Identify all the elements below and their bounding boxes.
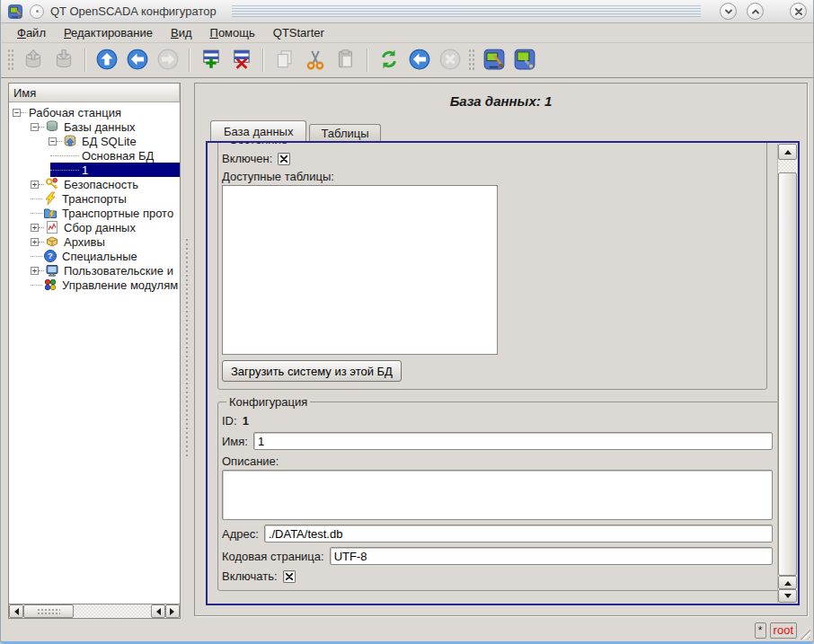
nav-back-button[interactable] — [122, 46, 153, 75]
refresh-icon — [377, 48, 401, 74]
scrollbar-track[interactable] — [778, 160, 797, 172]
tree-item-label: Архивы — [61, 235, 108, 249]
collapse-toggle[interactable]: − — [13, 109, 21, 117]
tree-connector-line — [31, 256, 42, 257]
config-group-title: Конфигурация — [226, 395, 310, 409]
cut-item-button[interactable] — [300, 46, 331, 75]
nav-up-button[interactable] — [92, 46, 122, 75]
tree-item-protocols[interactable]: Транспортные прото — [9, 206, 180, 220]
scroll-right-button[interactable] — [165, 604, 180, 618]
toolbar-drag-handle[interactable] — [468, 49, 476, 72]
current-user-badge[interactable]: root — [770, 622, 797, 639]
expand-toggle[interactable]: + — [31, 238, 39, 246]
name-input[interactable] — [253, 432, 773, 450]
scroll-down-button[interactable] — [778, 589, 797, 603]
load-from-db-button — [18, 46, 49, 75]
menu-file[interactable]: Файл — [8, 23, 55, 42]
tree-item-daq[interactable]: +Сбор данных — [9, 220, 180, 234]
state-group-title: Состояние — [226, 141, 290, 146]
tree-item-db-sqlite[interactable]: −БД SQLite — [9, 134, 180, 148]
nav-forward-button — [153, 46, 183, 75]
config-vertical-scrollbar[interactable] — [777, 144, 797, 603]
enabled-checkbox[interactable] — [278, 153, 290, 165]
tree-item-special[interactable]: ?Специальные — [9, 249, 180, 263]
scrollbar-thumb[interactable] — [23, 604, 74, 618]
tree-item-body: ?Специальные — [31, 249, 180, 263]
collapse-toggle[interactable]: − — [49, 137, 57, 146]
tree-connector-line — [31, 213, 42, 214]
tree-connector-line — [39, 184, 44, 185]
qtstarter-vision-button[interactable] — [509, 46, 540, 75]
delete-item-button[interactable] — [226, 46, 257, 75]
tree-connector-line — [39, 270, 44, 271]
tab-tables[interactable]: Таблицы — [309, 124, 380, 141]
tree-item-db-1[interactable]: 1 — [9, 163, 180, 177]
qtstarter-configurator-button[interactable] — [479, 46, 509, 75]
scroll-up-button[interactable] — [778, 144, 797, 160]
tables-label: Доступные таблицы: — [222, 170, 334, 183]
codepage-input[interactable] — [330, 547, 773, 565]
save-to-db-button — [49, 46, 79, 75]
tree-connector-line — [31, 285, 42, 286]
tree-column-header[interactable]: Имя — [9, 84, 180, 102]
tree-item-label: Основная БД — [79, 149, 156, 163]
tree-item-label: Транспортные прото — [59, 207, 176, 220]
tree-item-modules[interactable]: Управление модулям — [9, 278, 180, 292]
tree-item-label: Управление модулям — [59, 278, 180, 292]
tree-item-body: 1 — [50, 163, 180, 177]
tree-item-main-db[interactable]: Основная БД — [9, 148, 180, 163]
collapse-toggle[interactable]: − — [31, 123, 39, 131]
vision-icon — [513, 48, 536, 74]
tree-item-label: Транспорты — [59, 192, 129, 206]
scrollbar-thumb[interactable] — [778, 172, 797, 576]
minimize-button[interactable] — [720, 3, 737, 20]
tree-item-body: Транспортные прото — [31, 206, 180, 220]
menu-view[interactable]: Вид — [162, 23, 201, 42]
tree-item-security[interactable]: +Безопасность — [9, 177, 180, 191]
window-title: QT OpenSCADA конфигуратор — [50, 4, 217, 18]
refresh-button[interactable] — [374, 46, 404, 75]
tables-listbox[interactable] — [222, 185, 498, 355]
add-item-button[interactable] — [196, 46, 226, 75]
expand-toggle[interactable]: + — [31, 224, 39, 232]
state-groupbox: Состояние Включен: Доступные таблицы: За… — [217, 141, 767, 390]
stop-update-button — [435, 46, 465, 75]
tree-item-archives[interactable]: +Архивы — [9, 234, 180, 249]
toolbar-drag-handle[interactable] — [7, 49, 15, 72]
sticky-button[interactable] — [30, 4, 44, 19]
start-update-button[interactable] — [404, 46, 435, 75]
tree-item-label: 1 — [79, 163, 91, 177]
scrollbar-track[interactable] — [74, 604, 151, 618]
tree-item-body: Пользовательские и — [39, 263, 180, 278]
expand-toggle[interactable]: + — [31, 267, 39, 275]
item-add-icon — [199, 48, 223, 74]
tree-item-label: Безопасность — [61, 178, 141, 191]
tree-item-transports[interactable]: Транспорты — [9, 191, 180, 206]
tree-horizontal-scrollbar[interactable] — [9, 604, 180, 618]
enable-checkbox[interactable] — [283, 570, 296, 583]
databases-icon — [45, 119, 59, 134]
description-textarea[interactable] — [222, 470, 773, 520]
scroll-left-button-2[interactable] — [151, 604, 165, 618]
tree-item-user-ifaces[interactable]: +Пользовательские и — [9, 263, 180, 278]
menu-edit[interactable]: Редактирование — [55, 23, 162, 42]
close-button[interactable] — [790, 3, 807, 20]
scroll-left-button[interactable] — [9, 604, 23, 618]
tree-item-workstation[interactable]: −Рабочая станция — [9, 105, 180, 119]
splitter-handle[interactable] — [182, 83, 192, 619]
address-input[interactable] — [264, 525, 773, 543]
titlebar[interactable]: QT OpenSCADA конфигуратор — [1, 0, 813, 23]
tree-item-label: БД SQLite — [79, 135, 139, 148]
menu-qtstarter[interactable]: QTStarter — [264, 23, 333, 42]
load-system-button[interactable]: Загрузить систему из этой БД — [222, 360, 402, 382]
maximize-button[interactable] — [747, 3, 764, 20]
scroll-up-button-2[interactable] — [778, 576, 797, 589]
tree-item-databases[interactable]: −Базы данных — [9, 119, 180, 134]
menu-help[interactable]: Помощь — [201, 23, 264, 42]
address-label: Адрес: — [222, 527, 259, 541]
toolbar-separator — [84, 49, 86, 72]
tab-database[interactable]: База данных — [210, 120, 306, 141]
resize-grip[interactable] — [798, 627, 810, 640]
expand-toggle[interactable]: + — [31, 181, 39, 189]
config-scroll-area: Состояние Включен: Доступные таблицы: За… — [206, 141, 800, 605]
